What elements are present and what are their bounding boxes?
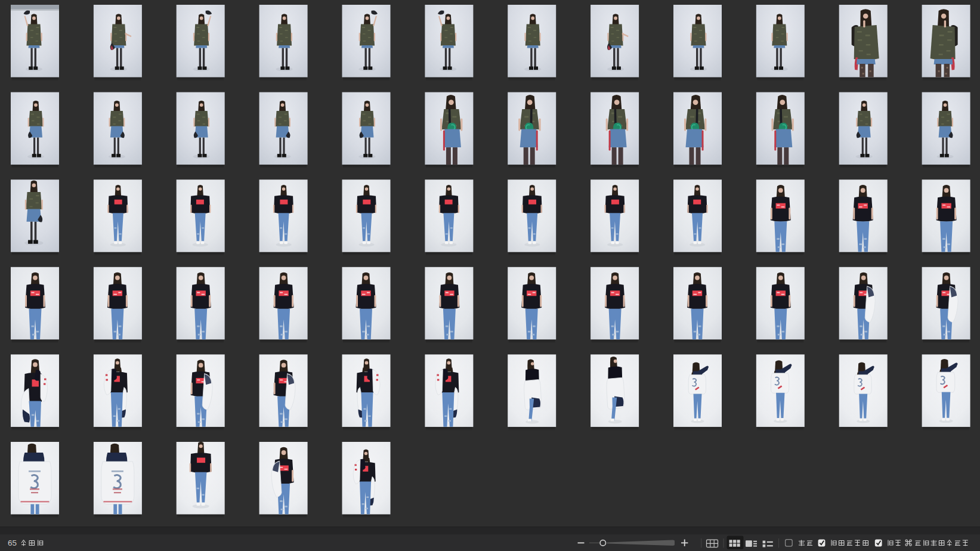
svg-text:65: 65 <box>8 538 17 547</box>
